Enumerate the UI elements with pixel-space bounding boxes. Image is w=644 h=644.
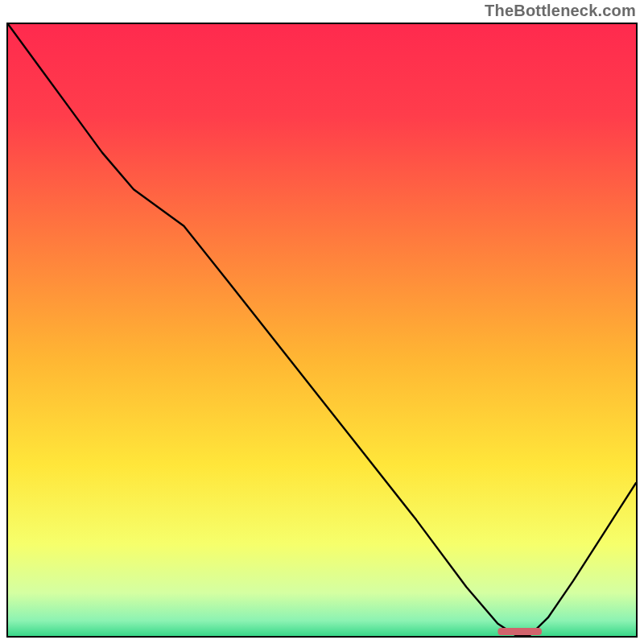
chart-svg xyxy=(8,24,636,636)
watermark-text: TheBottleneck.com xyxy=(485,2,636,20)
chart-background xyxy=(8,24,636,636)
valley-marker xyxy=(497,628,542,635)
chart-frame xyxy=(6,23,638,638)
